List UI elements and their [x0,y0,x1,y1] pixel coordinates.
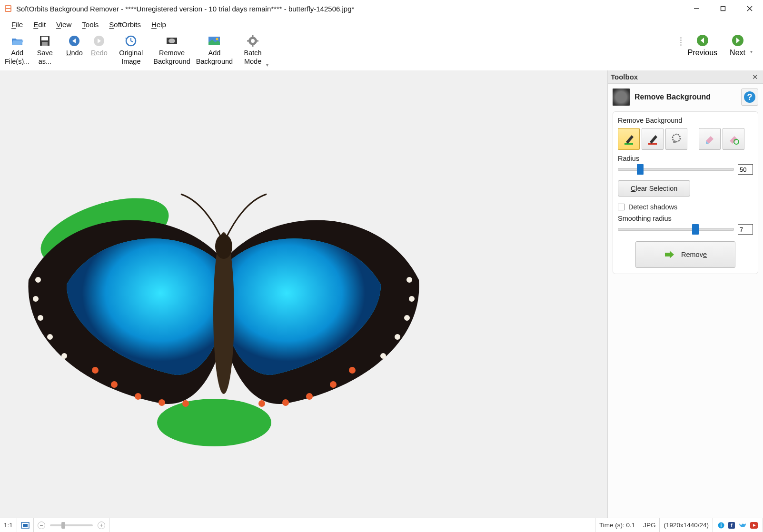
maximize-button[interactable] [710,0,736,17]
redo-button[interactable]: Redo [87,32,111,59]
svg-rect-2 [6,9,10,11]
status-bar: 1:1 − + Time (s): 0.1 JPG (1920x1440/24)… [0,518,763,532]
help-button[interactable]: ? [741,89,758,106]
red-marker-icon [646,132,659,146]
svg-point-29 [111,381,118,388]
undo-label: Undo [66,49,83,57]
history-icon [125,34,137,48]
svg-point-49 [215,234,232,259]
remove-bg-icon [165,34,179,48]
svg-text:?: ? [747,92,753,102]
fit-to-screen-button[interactable] [17,518,34,532]
main-area: Toolbox ✕ Remove Background ? Remove Bac… [0,70,763,518]
detect-shadows-row[interactable]: Detect shadows [618,203,753,211]
radius-slider-thumb[interactable] [637,164,644,175]
youtube-icon[interactable] [750,522,758,529]
window-title: SoftOrbits Background Remover - ****Unre… [16,5,683,13]
svg-rect-52 [624,143,633,145]
original-image-button[interactable]: Original Image [116,32,146,68]
add-files-label: Add File(s)... [5,49,30,66]
previous-button[interactable]: Previous [688,34,717,57]
status-time: Time (s): 0.1 [595,518,639,532]
svg-rect-8 [41,37,48,40]
svg-point-55 [673,140,676,143]
lasso-button[interactable] [665,128,687,150]
svg-rect-22 [256,40,258,42]
window-controls [683,0,763,17]
add-files-button[interactable]: Add File(s)... [2,32,32,68]
svg-point-31 [159,399,165,406]
save-as-label: Save as... [37,49,53,66]
close-button[interactable] [736,0,763,17]
svg-point-44 [409,296,415,302]
menu-help[interactable]: Help [147,20,171,30]
arrow-right-icon [664,250,674,259]
svg-point-33 [349,367,356,374]
svg-point-34 [330,381,337,388]
zoom-slider-thumb[interactable] [61,522,65,529]
menu-view[interactable]: View [51,20,76,30]
reset-eraser-button[interactable] [723,128,744,150]
svg-rect-58 [23,524,28,527]
next-button[interactable]: Next [730,34,745,57]
title-bar: SoftOrbits Background Remover - ****Unre… [0,0,763,17]
zoom-slider[interactable] [50,524,93,526]
svg-rect-20 [252,44,254,47]
remove-background-button[interactable]: Remove Background [150,32,193,68]
panel-title: Remove Background [634,93,736,101]
svg-rect-4 [721,7,725,11]
smoothing-slider[interactable] [618,228,734,231]
gear-icon [247,34,259,48]
radius-slider[interactable] [618,168,734,171]
add-background-button[interactable]: Add Background [193,32,236,68]
zoom-in-button[interactable]: + [98,522,105,529]
clear-selection-button[interactable]: Clear Selection [618,180,690,197]
panel-thumbnail-icon [613,89,630,106]
menu-edit[interactable]: Edit [29,20,50,30]
undo-button[interactable]: Undo [62,32,87,59]
radius-input[interactable] [738,164,753,175]
reset-eraser-icon [727,132,740,146]
add-bg-icon [208,34,221,48]
panel-subtitle: Remove Background [618,117,753,124]
image-canvas[interactable] [0,70,607,518]
zoom-out-button[interactable]: − [38,522,45,529]
smoothing-slider-thumb[interactable] [692,224,699,235]
next-icon [732,34,744,47]
facebook-icon[interactable]: f [728,522,735,529]
eraser-button[interactable] [699,128,721,150]
app-icon [4,4,12,13]
green-marker-button[interactable] [618,128,640,150]
svg-rect-1 [6,6,10,8]
menu-tools[interactable]: Tools [77,20,103,30]
eraser-icon [703,132,716,146]
detect-shadows-checkbox[interactable] [618,204,624,210]
green-marker-icon [622,132,635,146]
svg-point-42 [61,353,67,359]
radius-label: Radius [618,155,753,162]
svg-point-38 [35,277,41,283]
svg-point-41 [47,334,53,340]
minimize-button[interactable] [683,0,710,17]
nav-overflow-icon[interactable]: ▾ [750,49,753,54]
batch-mode-button[interactable]: Batch Mode [240,32,265,68]
twitter-icon[interactable] [739,522,746,529]
save-icon [39,34,50,48]
nav-handle-icon[interactable] [680,37,683,46]
toolbar-overflow-icon[interactable]: ▾ [266,62,268,68]
original-image-label: Original Image [119,49,143,66]
svg-point-35 [306,393,313,400]
zoom-ratio-button[interactable]: 1:1 [0,518,17,532]
fit-screen-icon [21,522,30,529]
info-icon[interactable]: i [718,522,724,529]
toolbox-close-button[interactable]: ✕ [750,73,760,81]
toolbar: Add File(s)... Save as... Undo Redo Orig… [0,31,763,70]
menu-softorbits[interactable]: SoftOrbits [104,20,146,30]
remove-button[interactable]: Remove [635,241,735,268]
menu-file[interactable]: File [7,20,28,30]
status-time-text: Time (s): 0.1 [599,522,635,529]
svg-point-36 [282,399,289,406]
red-marker-button[interactable] [642,128,664,150]
save-as-button[interactable]: Save as... [32,32,57,68]
smoothing-input[interactable] [738,224,753,235]
